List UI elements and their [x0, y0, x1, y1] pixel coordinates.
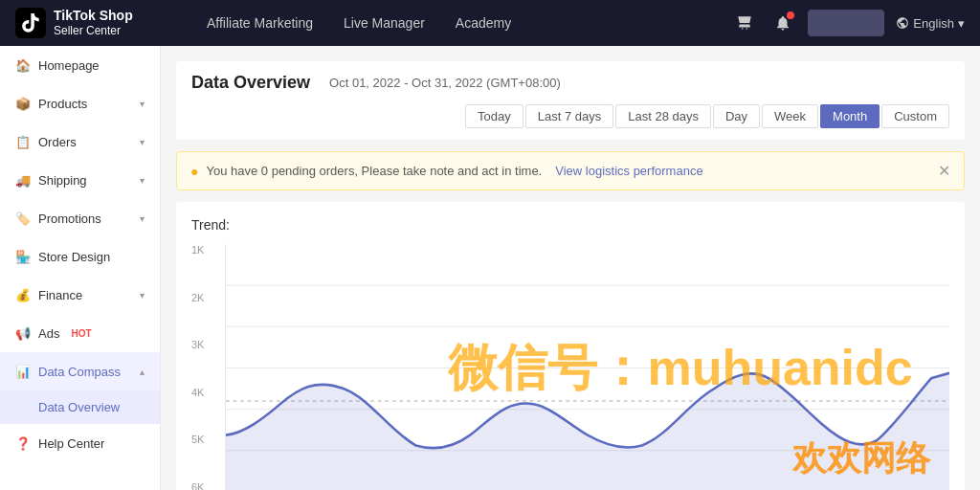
lang-chevron-icon: ▾: [958, 16, 965, 31]
sidebar-label-finance: Finance: [38, 288, 82, 302]
nav-academy[interactable]: Academy: [440, 0, 526, 46]
filter-last28[interactable]: Last 28 days: [615, 104, 711, 128]
y-label-3k: 3K: [191, 339, 217, 350]
nav-live-manager[interactable]: Live Manager: [328, 0, 440, 46]
products-icon: 📦: [15, 96, 31, 111]
sidebar-item-shipping[interactable]: 🚚 Shipping ▾: [0, 161, 160, 199]
products-chevron-icon: ▾: [140, 99, 145, 109]
overview-header: Data Overview Oct 01, 2022 - Oct 31, 202…: [176, 61, 965, 140]
y-label-2k: 2K: [191, 292, 217, 303]
notification-badge: [787, 11, 794, 19]
notification-btn[interactable]: [769, 10, 796, 36]
ads-icon: 📢: [15, 325, 31, 341]
filter-custom[interactable]: Custom: [881, 104, 949, 128]
sidebar-item-ads[interactable]: 📢 Ads HOT: [0, 314, 160, 352]
time-filters: Today Last 7 days Last 28 days Day Week …: [465, 104, 949, 128]
lang-label: English: [913, 16, 954, 31]
sidebar-item-finance[interactable]: 💰 Finance ▾: [0, 276, 160, 314]
store-design-icon: 🏪: [15, 249, 31, 264]
sidebar-item-orders[interactable]: 📋 Orders ▾: [0, 122, 160, 161]
finance-chevron-icon: ▾: [140, 290, 145, 301]
logo-text: TikTok Shop Seller Center: [54, 8, 133, 37]
nav-right: English ▾: [731, 10, 965, 36]
chart-wrapper: 6K 5K 4K 3K 2K 1K 微信号：muhuanidc 欢欢网络: [191, 244, 949, 490]
filter-week[interactable]: Week: [762, 104, 818, 128]
user-avatar[interactable]: [808, 10, 884, 36]
alert-link[interactable]: View logistics performance: [555, 164, 702, 178]
alert-icon: ●: [190, 164, 198, 179]
nav-affiliate-marketing[interactable]: Affiliate Marketing: [191, 0, 328, 46]
logo-area: TikTok Shop Seller Center: [15, 8, 168, 38]
sidebar-label-data-overview: Data Overview: [38, 400, 120, 414]
sidebar: 🏠 Homepage 📦 Products ▾ 📋 Orders ▾ 🚚 Shi…: [0, 46, 161, 490]
orders-chevron-icon: ▾: [140, 137, 145, 147]
sidebar-item-promotions[interactable]: 🏷️ Promotions ▾: [0, 199, 160, 237]
alert-text: You have 0 pending orders, Please take n…: [206, 164, 542, 178]
sidebar-item-data-compass[interactable]: 📊 Data Compass ▴: [0, 352, 160, 390]
y-label-4k: 4K: [191, 387, 217, 398]
chart-container: Trend: 6K 5K 4K 3K 2K 1K 微信号：muhuanidc 欢…: [176, 202, 965, 490]
sidebar-item-products[interactable]: 📦 Products ▾: [0, 84, 160, 122]
filter-today[interactable]: Today: [465, 104, 523, 128]
top-nav: TikTok Shop Seller Center Affiliate Mark…: [0, 0, 980, 46]
chart-title: Trend:: [191, 217, 949, 233]
alert-close-btn[interactable]: ✕: [938, 162, 950, 180]
orders-icon: 📋: [15, 134, 31, 149]
nav-links: Affiliate Marketing Live Manager Academy: [191, 0, 708, 46]
promotions-icon: 🏷️: [15, 211, 31, 226]
finance-icon: 💰: [15, 287, 31, 302]
tiktok-logo-icon: [15, 8, 46, 38]
sidebar-label-data-compass: Data Compass: [38, 365, 121, 379]
sidebar-item-store-design[interactable]: 🏪 Store Design: [0, 237, 160, 276]
sidebar-label-homepage: Homepage: [38, 58, 100, 73]
sidebar-label-orders: Orders: [38, 135, 77, 149]
shipping-icon: 🚚: [15, 172, 31, 188]
sidebar-item-homepage[interactable]: 🏠 Homepage: [0, 46, 160, 84]
lang-selector[interactable]: English ▾: [896, 16, 965, 31]
data-compass-icon: 📊: [15, 364, 31, 379]
y-label-5k: 5K: [191, 434, 217, 445]
sidebar-item-data-overview[interactable]: Data Overview: [0, 390, 160, 424]
sidebar-label-promotions: Promotions: [38, 212, 101, 226]
chart-area: 微信号：muhuanidc 欢欢网络: [225, 244, 949, 490]
sidebar-label-help-center: Help Center: [38, 436, 104, 451]
home-icon: 🏠: [15, 57, 31, 73]
main-content: Data Overview Oct 01, 2022 - Oct 31, 202…: [161, 46, 980, 490]
sidebar-label-products: Products: [38, 97, 87, 111]
data-compass-chevron-icon: ▴: [140, 367, 145, 377]
y-axis: 6K 5K 4K 3K 2K 1K: [191, 244, 225, 490]
hot-badge: HOT: [71, 328, 91, 339]
alert-banner: ● You have 0 pending orders, Please take…: [176, 151, 965, 190]
y-label-6k: 6K: [191, 481, 217, 490]
shipping-chevron-icon: ▾: [140, 175, 145, 186]
sidebar-label-store-design: Store Design: [38, 250, 110, 264]
y-label-1k: 1K: [191, 244, 217, 256]
help-icon: ❓: [15, 435, 31, 451]
promotions-chevron-icon: ▾: [140, 213, 145, 224]
date-range: Oct 01, 2022 - Oct 31, 2022 (GMT+08:00): [329, 76, 561, 90]
sidebar-item-help-center[interactable]: ❓ Help Center: [0, 424, 160, 462]
trend-chart-svg: [226, 244, 949, 490]
filter-last7[interactable]: Last 7 days: [525, 104, 614, 128]
filter-day[interactable]: Day: [713, 104, 760, 128]
filter-month[interactable]: Month: [820, 104, 880, 128]
page-title: Data Overview: [191, 73, 310, 93]
sidebar-label-ads: Ads: [38, 326, 59, 341]
body-layout: 🏠 Homepage 📦 Products ▾ 📋 Orders ▾ 🚚 Shi…: [0, 46, 980, 490]
shop-icon-btn[interactable]: [731, 10, 758, 36]
sidebar-label-shipping: Shipping: [38, 173, 87, 188]
